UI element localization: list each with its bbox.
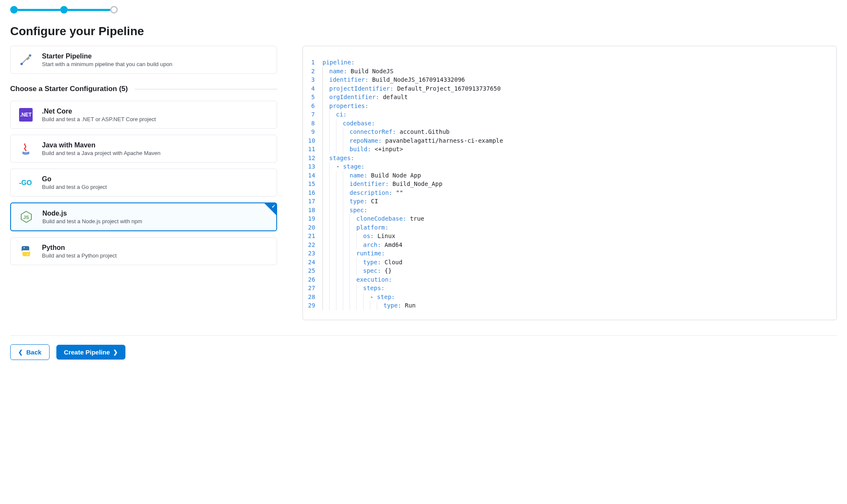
code-line: 22arch: Amd64: [308, 241, 828, 249]
svg-point-1: [29, 55, 31, 56]
config-card-title: .Net Core: [42, 108, 269, 115]
check-icon: [264, 203, 276, 215]
config-card-title: Python: [42, 244, 269, 252]
line-number: 8: [308, 119, 322, 128]
code-line: 26execution:: [308, 275, 828, 284]
java-icon: [18, 141, 33, 156]
svg-text:-GO: -GO: [19, 179, 32, 186]
step-line-1: [18, 9, 60, 11]
footer: ❮ Back Create Pipeline ❯: [10, 335, 837, 360]
svg-point-5: [24, 247, 25, 249]
line-number: 6: [308, 102, 322, 111]
config-section-title: Choose a Starter Configuration (5): [10, 85, 128, 93]
line-number: 13: [308, 162, 322, 171]
step-dot-3: [110, 6, 118, 14]
line-number: 14: [308, 171, 322, 180]
line-number: 22: [308, 241, 322, 249]
back-button[interactable]: ❮ Back: [10, 344, 50, 360]
line-number: 5: [308, 93, 322, 102]
code-line: 5orgIdentifier: default: [308, 93, 828, 102]
line-number: 27: [308, 284, 322, 293]
chevron-left-icon: ❮: [18, 349, 23, 355]
code-line: 15identifier: Build_Node_App: [308, 180, 828, 188]
config-card-node-js[interactable]: JSNode.jsBuild and test a Node.js projec…: [10, 202, 277, 231]
config-card-desc: Build and test a Node.js project with np…: [42, 218, 269, 224]
config-card-desc: Build and test a Python project: [42, 252, 269, 259]
progress-stepper: [10, 0, 837, 22]
config-card--net-core[interactable]: .NET.Net CoreBuild and test a .NET or AS…: [10, 101, 277, 129]
chevron-right-icon: ❯: [113, 349, 118, 355]
line-number: 9: [308, 127, 322, 136]
line-number: 20: [308, 223, 322, 232]
starter-card-desc: Start with a minimum pipeline that you c…: [42, 61, 269, 67]
line-number: 21: [308, 232, 322, 241]
line-number: 29: [308, 301, 322, 310]
config-card-desc: Build and test a Go project: [42, 184, 269, 190]
line-number: 17: [308, 197, 322, 206]
step-dot-1: [10, 6, 18, 14]
line-number: 18: [308, 206, 322, 215]
starter-pipeline-card[interactable]: Starter Pipeline Start with a minimum pi…: [10, 46, 277, 74]
line-number: 15: [308, 180, 322, 188]
code-line: 27steps:: [308, 284, 828, 293]
step-line-2: [68, 9, 110, 11]
python-icon: [18, 244, 33, 259]
line-number: 3: [308, 75, 322, 84]
code-line: 6properties:: [308, 102, 828, 111]
code-line: 25spec: {}: [308, 266, 828, 275]
line-number: 19: [308, 214, 322, 223]
config-card-desc: Build and test a .NET or ASP.NET Core pr…: [42, 116, 269, 122]
code-line: 9connectorRef: account.Github: [308, 127, 828, 136]
code-line: 11build: <+input>: [308, 145, 828, 154]
svg-text:JS: JS: [23, 215, 29, 220]
config-card-java-with-maven[interactable]: Java with MavenBuild and test a Java pro…: [10, 135, 277, 163]
line-number: 26: [308, 275, 322, 284]
code-line: 28- step:: [308, 293, 828, 302]
line-number: 12: [308, 154, 322, 163]
code-line: 19cloneCodebase: true: [308, 214, 828, 223]
code-line: 10repoName: pavanbelagatti/harness-ci-ex…: [308, 136, 828, 145]
code-line: 20platform:: [308, 223, 828, 232]
line-number: 16: [308, 188, 322, 197]
code-line: 4projectIdentifier: Default_Project_1670…: [308, 84, 828, 93]
line-number: 1: [308, 58, 322, 67]
line-number: 7: [308, 110, 322, 119]
line-number: 2: [308, 67, 322, 76]
page-title: Configure your Pipeline: [10, 25, 837, 38]
dotnet-icon: .NET: [18, 107, 33, 122]
config-card-title: Java with Maven: [42, 141, 269, 149]
go-icon: -GO: [18, 175, 33, 190]
code-line: 17type: CI: [308, 197, 828, 206]
code-line: 1pipeline:: [308, 58, 828, 67]
code-line: 29type: Run: [308, 301, 828, 310]
nodejs-icon: JS: [19, 209, 34, 224]
create-label: Create Pipeline: [64, 349, 110, 356]
step-dot-2: [60, 6, 68, 14]
code-line: 12stages:: [308, 154, 828, 163]
code-line: 24type: Cloud: [308, 258, 828, 267]
back-label: Back: [26, 349, 42, 356]
config-card-go[interactable]: -GOGoBuild and test a Go project: [10, 169, 277, 197]
line-number: 25: [308, 266, 322, 275]
create-pipeline-button[interactable]: Create Pipeline ❯: [56, 345, 125, 360]
code-line: 3identifier: Build_NodeJS_1670914332096: [308, 75, 828, 84]
config-card-title: Node.js: [42, 210, 269, 217]
config-card-python[interactable]: PythonBuild and test a Python project: [10, 237, 277, 265]
code-line: 16description: "": [308, 188, 828, 197]
line-number: 23: [308, 249, 322, 258]
config-card-desc: Build and test a Java project with Apach…: [42, 150, 269, 156]
yaml-editor[interactable]: 1pipeline:2name: Build NodeJS3identifier…: [303, 46, 837, 320]
config-section-header: Choose a Starter Configuration (5): [10, 85, 277, 93]
line-number: 11: [308, 145, 322, 154]
line-number: 4: [308, 84, 322, 93]
code-line: 18spec:: [308, 206, 828, 215]
svg-point-6: [27, 254, 28, 255]
config-card-title: Go: [42, 175, 269, 183]
code-line: 23runtime:: [308, 249, 828, 258]
code-line: 2name: Build NodeJS: [308, 67, 828, 76]
code-line: 8codebase:: [308, 119, 828, 128]
line-number: 24: [308, 258, 322, 267]
code-line: 21os: Linux: [308, 232, 828, 241]
code-line: 13- stage:: [308, 162, 828, 171]
code-line: 7ci:: [308, 110, 828, 119]
